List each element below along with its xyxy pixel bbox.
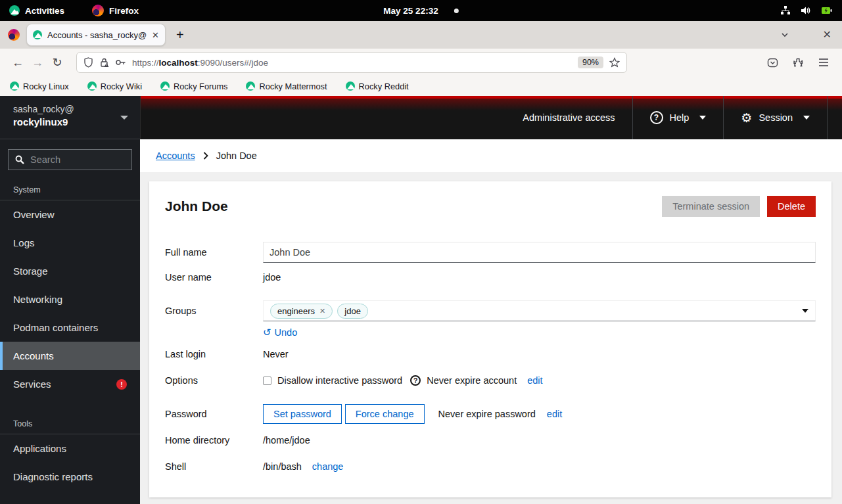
bookmark-rocky-reddit[interactable]: Rocky Reddit [346, 81, 409, 91]
tab-title: Accounts - sasha_rocky@ [47, 30, 147, 40]
never-expire-password-text: Never expire password [438, 409, 536, 419]
sidebar-item-diagnostic-reports[interactable]: Diagnostic reports [0, 463, 140, 491]
edit-password-expiry-link[interactable]: edit [547, 409, 562, 419]
password-label: Password [165, 409, 263, 419]
change-shell-link[interactable]: change [312, 461, 344, 472]
sidebar-item-applications[interactable]: Applications [0, 434, 140, 463]
rocky-logo-icon [10, 81, 19, 91]
bookmark-rocky-mattermost[interactable]: Rocky Mattermost [246, 81, 327, 91]
help-icon: ? [650, 111, 663, 124]
undo-button[interactable]: ↺ Undo [263, 327, 816, 338]
lock-warning-icon[interactable] [99, 57, 109, 68]
shell-value: /bin/bash [263, 461, 302, 472]
sidebar-search[interactable] [8, 149, 132, 170]
page-title: John Doe [165, 198, 228, 214]
bookmark-star-icon[interactable] [609, 57, 620, 68]
terminate-session-button[interactable]: Terminate session [662, 196, 760, 217]
tab-favicon-rocky-icon [33, 30, 42, 39]
notification-dot-icon [454, 9, 459, 13]
set-password-button[interactable]: Set password [263, 404, 342, 424]
page-content: John Doe Terminate session Delete Full n… [140, 172, 842, 504]
breadcrumb: Accounts John Doe [140, 139, 842, 172]
edit-account-expiry-link[interactable]: edit [527, 375, 542, 386]
gear-icon: ⚙ [741, 112, 752, 124]
help-circle-icon[interactable]: ? [410, 375, 421, 386]
tab-close-icon[interactable]: ✕ [152, 31, 159, 39]
force-change-button[interactable]: Force change [345, 404, 425, 424]
focused-app-menu[interactable]: Firefox [92, 5, 139, 16]
services-alert-badge: ! [116, 379, 127, 390]
groups-select[interactable]: engineers ✕ jdoe [263, 300, 816, 321]
reload-button[interactable]: ↻ [47, 53, 67, 72]
firefox-nav-bar: ← → ↻ https://localhost:9090/users#/jdoe… [0, 49, 842, 76]
nav-section-system: System Overview Logs Storage Networking … [0, 181, 140, 398]
options-label: Options [165, 375, 263, 386]
bookmark-rocky-forums[interactable]: Rocky Forums [160, 81, 227, 91]
window-close-button[interactable]: ✕ [823, 30, 831, 40]
chip-remove-icon[interactable]: ✕ [319, 307, 325, 315]
url-bar[interactable]: https://localhost:9090/users#/jdoe 90% [76, 52, 627, 73]
sidebar-item-networking[interactable]: Networking [0, 285, 140, 313]
delete-button[interactable]: Delete [767, 196, 816, 217]
forward-button[interactable]: → [28, 53, 47, 72]
section-label: Tools [0, 415, 140, 434]
home-directory-value: /home/jdoe [263, 435, 310, 446]
sidebar-item-podman[interactable]: Podman containers [0, 313, 140, 342]
shell-label: Shell [165, 461, 263, 472]
sidebar-item-storage[interactable]: Storage [0, 257, 140, 285]
host-switcher[interactable]: sasha_rocky@ rockylinux9 [0, 96, 140, 139]
sidebar-item-overview[interactable]: Overview [0, 200, 140, 229]
sidebar-item-logs[interactable]: Logs [0, 229, 140, 257]
host-user: sasha_rocky@ [13, 104, 127, 114]
clock-button[interactable]: May 25 22:32 [383, 6, 458, 16]
group-chip-engineers: engineers ✕ [270, 304, 333, 319]
sidebar-item-services[interactable]: Services ! [0, 370, 140, 398]
shield-icon[interactable] [83, 57, 93, 68]
key-icon[interactable] [115, 58, 126, 66]
menu-hamburger-icon[interactable] [818, 58, 829, 67]
search-input[interactable] [30, 154, 116, 165]
breadcrumb-accounts-link[interactable]: Accounts [156, 150, 195, 161]
firefox-app-icon[interactable] [8, 29, 20, 41]
masthead: Administrative access ? Help ⚙ Session [140, 96, 842, 139]
breadcrumb-current: John Doe [216, 150, 257, 161]
browser-tab[interactable]: Accounts - sasha_rocky@ ✕ [26, 24, 166, 46]
never-expire-account-text: Never expire account [427, 375, 517, 386]
new-tab-button[interactable]: + [176, 28, 184, 43]
chevron-down-icon [803, 116, 810, 120]
url-text[interactable]: https://localhost:9090/users#/jdoe [132, 58, 268, 68]
rocky-logo-icon [160, 81, 170, 91]
zoom-badge[interactable]: 90% [578, 57, 603, 68]
full-name-input[interactable] [263, 242, 816, 263]
last-login-label: Last login [165, 349, 263, 359]
help-button[interactable]: ? Help [633, 96, 724, 139]
chevron-down-icon [699, 116, 706, 120]
volume-icon [801, 5, 811, 16]
gnome-top-bar: Activities Firefox May 25 22:32 [0, 0, 842, 21]
rocky-logo-icon [346, 81, 355, 91]
search-icon [15, 155, 24, 164]
last-login-value: Never [263, 349, 289, 359]
home-directory-label: Home directory [165, 435, 263, 446]
admin-access-indicator[interactable]: Administrative access [505, 96, 632, 139]
system-status-area[interactable] [780, 5, 842, 16]
disallow-password-checkbox[interactable] [263, 377, 271, 385]
bookmarks-bar: Rocky Linux Rocky Wiki Rocky Forums Rock… [0, 76, 842, 96]
extensions-puzzle-icon[interactable] [793, 57, 804, 68]
section-label: System [0, 181, 140, 200]
clock-text: May 25 22:32 [383, 6, 438, 16]
session-button[interactable]: ⚙ Session [724, 96, 827, 139]
activities-button[interactable]: Activities [0, 5, 64, 16]
groups-label: Groups [165, 300, 263, 321]
pocket-icon[interactable] [767, 57, 778, 68]
breadcrumb-chevron-icon [203, 152, 208, 160]
select-caret-icon[interactable] [802, 309, 808, 313]
host-name: rockylinux9 [13, 116, 127, 127]
tab-list-chevron-icon[interactable] [781, 31, 789, 39]
sidebar-item-accounts[interactable]: Accounts [0, 342, 140, 370]
group-chip-jdoe: jdoe [337, 304, 368, 319]
bookmark-rocky-wiki[interactable]: Rocky Wiki [87, 81, 142, 91]
disallow-password-label: Disallow interactive password [277, 375, 402, 386]
bookmark-rocky-linux[interactable]: Rocky Linux [10, 81, 69, 91]
back-button[interactable]: ← [8, 53, 28, 72]
